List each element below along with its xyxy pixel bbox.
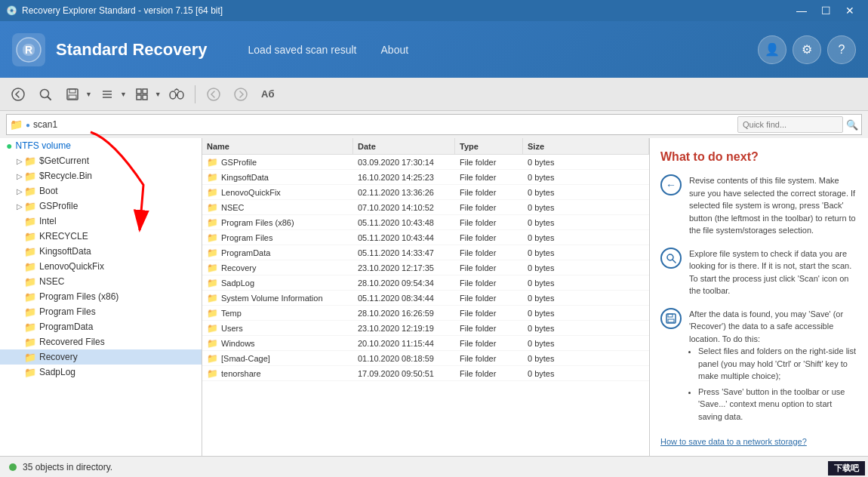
file-folder-icon: 📁 <box>207 172 218 183</box>
file-date: 05.11.2020 10:43:48 <box>353 218 455 227</box>
user-icon-button[interactable]: 👤 <box>758 35 786 64</box>
quick-find-input[interactable] <box>737 116 843 133</box>
col-header-size[interactable]: Size <box>523 138 649 154</box>
tree-item-gsprofile[interactable]: ▷ 📁 GSProfile <box>0 198 202 214</box>
main-content: ● NTFS volume ▷ 📁 $GetCurrent ▷ 📁 $Recyc… <box>0 138 868 456</box>
svg-line-4 <box>48 97 51 100</box>
table-row[interactable]: 📁 Users 23.10.2020 12:19:19 File folder … <box>202 321 649 336</box>
tree-item-lenovoquickfix[interactable]: 📁 LenovoQuickFix <box>0 259 202 274</box>
save-dropdown-arrow[interactable]: ▼ <box>85 91 92 98</box>
file-type: File folder <box>455 218 523 227</box>
save-button-group[interactable]: ▼ <box>60 82 92 106</box>
quick-find-search-icon[interactable]: 🔍 <box>846 119 858 131</box>
tree-item-sadplog[interactable]: 📁 SadpLog <box>0 365 202 380</box>
view-button-group[interactable]: ▼ <box>130 82 162 106</box>
file-date: 16.10.2020 14:25:23 <box>353 173 455 182</box>
table-row[interactable]: 📁 Windows 20.10.2020 11:15:44 File folde… <box>202 336 649 351</box>
nav-about[interactable]: About <box>381 41 409 59</box>
col-header-name[interactable]: Name <box>202 138 353 154</box>
file-date: 02.11.2020 13:36:26 <box>353 188 455 197</box>
folder-icon: 📁 <box>24 155 36 167</box>
tree-item-krecycle[interactable]: 📁 KRECYCLE <box>0 229 202 244</box>
ntfs-icon: ● <box>6 140 12 152</box>
search-button[interactable] <box>33 82 57 106</box>
tree-label: Program Files <box>39 306 96 317</box>
tree-item-getcurrent[interactable]: ▷ 📁 $GetCurrent <box>0 153 202 168</box>
file-size: 0 bytes <box>523 324 649 333</box>
file-name: Program Files <box>221 233 272 242</box>
nav-load-scan[interactable]: Load saved scan result <box>248 41 357 59</box>
list-button-group[interactable]: ▼ <box>95 82 127 106</box>
list-button[interactable] <box>95 82 119 106</box>
table-row[interactable]: 📁 System Volume Information 05.11.2020 0… <box>202 291 649 306</box>
file-type: File folder <box>455 354 523 363</box>
tree-item-recoveredfiles[interactable]: 📁 Recovered Files <box>0 334 202 349</box>
table-row[interactable]: 📁 [Smad-Cage] 01.10.2020 08:18:59 File f… <box>202 351 649 366</box>
file-size: 0 bytes <box>523 173 649 182</box>
tree-item-kingsoftdata[interactable]: 📁 KingsoftData <box>0 244 202 259</box>
tree-label: KingsoftData <box>39 246 91 257</box>
next-button[interactable] <box>229 82 253 106</box>
file-date: 20.10.2020 11:15:44 <box>353 339 455 348</box>
table-row[interactable]: 📁 Program Files (x86) 05.11.2020 10:43:4… <box>202 215 649 230</box>
close-button[interactable]: ✕ <box>838 0 862 21</box>
view-button[interactable] <box>130 82 154 106</box>
folder-icon: 📁 <box>24 201 36 212</box>
tree-item-programdata[interactable]: 📁 ProgramData <box>0 319 202 334</box>
tree-item-boot[interactable]: ▷ 📁 Boot <box>0 183 202 198</box>
tree-item-recovery[interactable]: 📁 Recovery <box>0 349 202 365</box>
save-icon-circle <box>660 308 682 329</box>
help-text-save: After the data is found, you may 'Save' … <box>689 308 857 426</box>
tree-item-programfiles[interactable]: 📁 Program Files <box>0 304 202 319</box>
binoculars-button[interactable] <box>165 82 189 106</box>
file-name: Program Files (x86) <box>221 218 294 227</box>
tree-item-ntfs[interactable]: ● NTFS volume <box>0 138 202 153</box>
tree-item-recycle[interactable]: ▷ 📁 $Recycle.Bin <box>0 168 202 183</box>
col-header-type[interactable]: Type <box>455 138 523 154</box>
table-row[interactable]: 📁 LenovoQuickFix 02.11.2020 13:36:26 Fil… <box>202 185 649 200</box>
back-button[interactable] <box>6 82 30 106</box>
view-dropdown-arrow[interactable]: ▼ <box>155 91 162 98</box>
help-icon-button[interactable]: ? <box>827 35 856 64</box>
file-name: System Volume Information <box>221 294 323 303</box>
table-row[interactable]: 📁 Program Files 05.11.2020 10:43:44 File… <box>202 230 649 245</box>
file-list-header: Name Date Type Size <box>202 138 649 155</box>
file-type: File folder <box>455 294 523 303</box>
table-row[interactable]: 📁 GSProfile 03.09.2020 17:30:14 File fol… <box>202 155 649 170</box>
tree-item-nsec[interactable]: 📁 NSEC <box>0 274 202 289</box>
table-row[interactable]: 📁 Temp 28.10.2020 16:26:59 File folder 0… <box>202 306 649 321</box>
folder-icon: 📁 <box>24 171 36 182</box>
table-row[interactable]: 📁 SadpLog 28.10.2020 09:54:34 File folde… <box>202 275 649 291</box>
save-button[interactable] <box>60 82 85 106</box>
tree-item-intel[interactable]: 📁 Intel <box>0 214 202 229</box>
tree-label: LenovoQuickFix <box>39 261 104 272</box>
tree-item-programfilesx86[interactable]: 📁 Program Files (x86) <box>0 289 202 304</box>
app-icon: R <box>12 33 45 66</box>
file-date: 05.11.2020 10:43:44 <box>353 233 455 242</box>
minimize-button[interactable]: — <box>790 0 814 21</box>
match-case-button[interactable]: Aб <box>256 82 280 106</box>
file-name: LenovoQuickFix <box>221 188 281 197</box>
network-storage-link[interactable]: How to save data to a network storage? <box>660 437 807 446</box>
folder-icon: 📁 <box>24 352 36 363</box>
col-header-date[interactable]: Date <box>353 138 455 154</box>
address-input[interactable] <box>33 119 734 130</box>
settings-icon-button[interactable]: ⚙ <box>793 35 821 64</box>
toolbar: ▼ ▼ ▼ Aб <box>0 78 868 111</box>
file-date: 03.09.2020 17:30:14 <box>353 158 455 167</box>
file-name: [Smad-Cage] <box>221 354 270 363</box>
save-bullet-list: Select files and folders on the right-si… <box>698 345 857 423</box>
table-row[interactable]: 📁 Recovery 23.10.2020 12:17:35 File fold… <box>202 260 649 275</box>
table-row[interactable]: 📁 NSEC 07.10.2020 14:10:52 File folder 0… <box>202 200 649 215</box>
maximize-button[interactable]: ☐ <box>814 0 838 21</box>
file-type: File folder <box>455 324 523 333</box>
table-row[interactable]: 📁 tenorshare 17.09.2020 09:50:51 File fo… <box>202 366 649 381</box>
prev-button[interactable] <box>202 82 226 106</box>
table-row[interactable]: 📁 ProgramData 05.11.2020 14:33:47 File f… <box>202 245 649 260</box>
file-folder-icon: 📁 <box>207 202 218 213</box>
file-folder-icon: 📁 <box>207 157 218 168</box>
svg-rect-7 <box>69 95 76 99</box>
table-row[interactable]: 📁 KingsoftData 16.10.2020 14:25:23 File … <box>202 170 649 185</box>
file-type: File folder <box>455 248 523 257</box>
list-dropdown-arrow[interactable]: ▼ <box>120 91 127 98</box>
